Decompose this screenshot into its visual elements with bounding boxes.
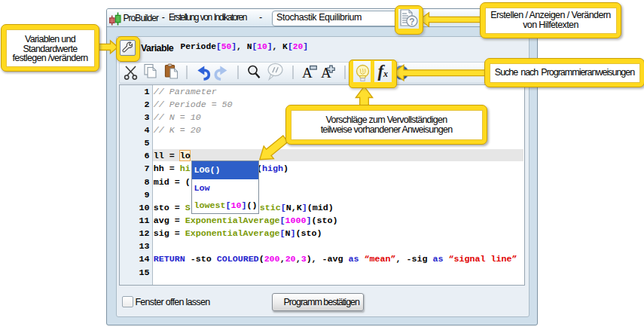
svg-text:?: ? [409,17,414,27]
